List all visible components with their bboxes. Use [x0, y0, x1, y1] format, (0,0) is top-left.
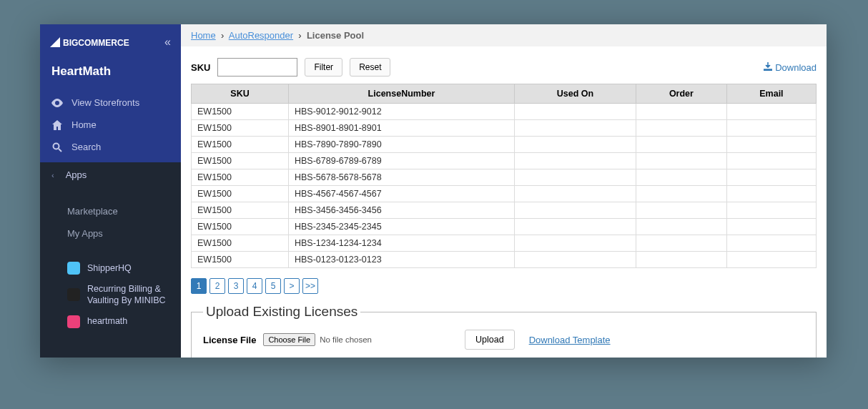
nav-view-storefronts[interactable]: View Storefronts: [40, 92, 181, 114]
page->[interactable]: >: [284, 278, 300, 294]
cell-email: [726, 169, 816, 186]
upload-row: License File Choose File No file chosen …: [203, 330, 804, 350]
chevron-left-icon: ‹: [51, 171, 54, 179]
nav-label: Search: [71, 142, 101, 152]
nav-label: Home: [71, 119, 97, 130]
cell-used_on: [515, 104, 636, 120]
breadcrumb-autoresponder[interactable]: AutoResponder: [229, 30, 293, 41]
cell-email: [726, 153, 816, 169]
cell-used_on: [515, 169, 636, 186]
app-icon: [67, 288, 80, 301]
table-row: EW1500HBS-2345-2345-2345: [192, 219, 817, 235]
table-row: EW1500HBS-0123-0123-0123: [192, 252, 817, 268]
cell-sku: EW1500: [192, 104, 289, 120]
col-order: Order: [636, 84, 726, 104]
table-row: EW1500HBS-9012-9012-9012: [192, 104, 817, 120]
cell-license: HBS-3456-3456-3456: [289, 202, 515, 219]
cell-order: [636, 202, 726, 219]
table-row: EW1500HBS-4567-4567-4567: [192, 186, 817, 202]
pagination: 12345>>>: [181, 268, 827, 304]
cell-order: [636, 137, 726, 153]
app-icon: [67, 315, 80, 328]
cell-sku: EW1500: [192, 186, 289, 202]
app-item-2[interactable]: heartmath: [40, 311, 181, 332]
download-icon: [764, 62, 772, 73]
nav-home[interactable]: Home: [40, 114, 181, 136]
table-row: EW1500HBS-1234-1234-1234: [192, 235, 817, 252]
cell-order: [636, 235, 726, 252]
choose-file-button[interactable]: Choose File: [263, 333, 315, 346]
cell-license: HBS-6789-6789-6789: [289, 153, 515, 169]
eye-icon: [51, 99, 63, 107]
cell-order: [636, 252, 726, 268]
table-row: EW1500HBS-5678-5678-5678: [192, 169, 817, 186]
cell-used_on: [515, 153, 636, 169]
app-window: BIGCOMMERCE « HeartMath View Storefronts…: [40, 24, 827, 358]
app-item-0[interactable]: ShipperHQ: [40, 257, 181, 279]
cell-email: [726, 235, 816, 252]
nav-apps[interactable]: ‹ Apps: [40, 162, 181, 187]
col-sku: SKU: [192, 84, 289, 104]
cell-email: [726, 137, 816, 153]
breadcrumb-current: License Pool: [307, 30, 364, 41]
cell-license: HBS-4567-4567-4567: [289, 186, 515, 202]
reset-button[interactable]: Reset: [350, 58, 390, 77]
download-template-link[interactable]: Download Template: [529, 335, 611, 345]
page->>[interactable]: >>: [302, 278, 318, 294]
sidebar-collapse-icon[interactable]: «: [164, 36, 171, 49]
bigcommerce-logo: BIGCOMMERCE: [50, 34, 136, 50]
page-4[interactable]: 4: [247, 278, 262, 294]
table-row: EW1500HBS-8901-8901-8901: [192, 120, 817, 137]
download-link[interactable]: Download: [764, 62, 817, 73]
cell-used_on: [515, 235, 636, 252]
cell-license: HBS-5678-5678-5678: [289, 169, 515, 186]
table-row: EW1500HBS-3456-3456-3456: [192, 202, 817, 219]
cell-order: [636, 104, 726, 120]
cell-used_on: [515, 219, 636, 235]
app-item-1[interactable]: Recurring Billing & Vaulting By MINIBC: [40, 279, 181, 311]
col-used on: Used On: [515, 84, 636, 104]
cell-used_on: [515, 137, 636, 153]
cell-sku: EW1500: [192, 235, 289, 252]
page-3[interactable]: 3: [228, 278, 244, 294]
breadcrumb-home[interactable]: Home: [191, 30, 216, 41]
sidebar: BIGCOMMERCE « HeartMath View Storefronts…: [40, 24, 181, 358]
upload-button[interactable]: Upload: [465, 330, 515, 350]
svg-line-2: [59, 149, 61, 152]
nav-my-apps[interactable]: My Apps: [40, 222, 181, 245]
page-2[interactable]: 2: [209, 278, 225, 294]
license-table: SKULicenseNumberUsed OnOrderEmail EW1500…: [191, 84, 817, 268]
store-name: HeartMath: [40, 57, 181, 92]
cell-sku: EW1500: [192, 169, 289, 186]
breadcrumb: Home › AutoResponder › License Pool: [181, 24, 827, 46]
cell-order: [636, 153, 726, 169]
nav-label: View Storefronts: [71, 97, 139, 108]
cell-sku: EW1500: [192, 153, 289, 169]
sku-input[interactable]: [217, 58, 297, 77]
cell-sku: EW1500: [192, 252, 289, 268]
cell-email: [726, 120, 816, 137]
table-row: EW1500HBS-6789-6789-6789: [192, 153, 817, 169]
cell-order: [636, 186, 726, 202]
cell-sku: EW1500: [192, 202, 289, 219]
upload-fieldset: Upload Existing Licenses License File Ch…: [191, 304, 817, 358]
page-5[interactable]: 5: [265, 278, 281, 294]
file-label: License File: [203, 335, 256, 345]
filter-button[interactable]: Filter: [305, 58, 342, 77]
cell-sku: EW1500: [192, 137, 289, 153]
home-icon: [51, 120, 63, 130]
cell-license: HBS-2345-2345-2345: [289, 219, 515, 235]
search-icon: [51, 142, 63, 152]
download-label: Download: [775, 62, 817, 73]
svg-point-1: [54, 143, 59, 149]
svg-text:BIGCOMMERCE: BIGCOMMERCE: [63, 38, 129, 48]
sku-label: SKU: [191, 62, 210, 73]
cell-order: [636, 120, 726, 137]
app-label: Recurring Billing & Vaulting By MINIBC: [87, 283, 169, 307]
page-1[interactable]: 1: [191, 278, 207, 294]
nav-search[interactable]: Search: [40, 136, 181, 158]
nav-marketplace[interactable]: Marketplace: [40, 200, 181, 222]
apps-section: ‹ Apps Marketplace My Apps ShipperHQRecu…: [40, 162, 181, 358]
main-content: Home › AutoResponder › License Pool SKU …: [181, 24, 827, 358]
table-row: EW1500HBS-7890-7890-7890: [192, 137, 817, 153]
